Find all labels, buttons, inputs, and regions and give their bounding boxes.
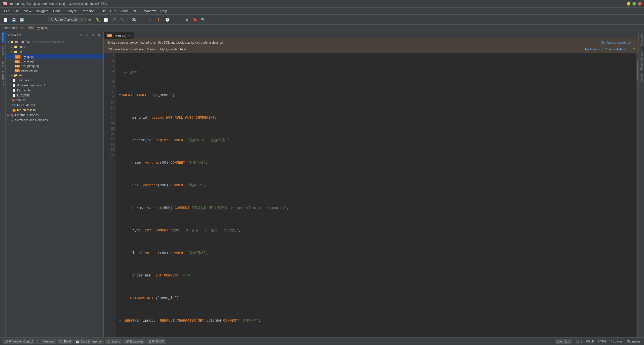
tree-item-readme[interactable]: MD README.md (6, 102, 103, 108)
cursor-position[interactable]: 13:1 (576, 340, 582, 343)
breadcrumb-file[interactable]: mysql.sql (36, 26, 48, 30)
build-button[interactable]: 🔨 (119, 16, 126, 23)
bookmarks-button[interactable]: 🔖 (191, 16, 198, 23)
right-tab-database[interactable]: Database (639, 32, 644, 48)
spring-button[interactable]: 🍃 Spring (105, 339, 122, 344)
left-edge-structure-tab[interactable]: Z-Structure (1, 69, 5, 87)
sidebar-close-button[interactable]: ✕ (96, 33, 101, 38)
tree-label: .gitignore (17, 79, 29, 82)
tree-item-mysql-sql[interactable]: SQL mysql.sql (6, 54, 103, 59)
right-tab-maven[interactable]: Maven (639, 72, 644, 85)
collapse-all-button[interactable]: ⊟ (84, 33, 89, 38)
tree-item-iml[interactable]: 🍊 renren-fast.iml (6, 108, 103, 113)
tree-item-gitignore[interactable]: 📄 .gitignore (6, 78, 103, 83)
code-text: ; (258, 318, 260, 323)
git-history-button[interactable]: 🕐 (164, 16, 171, 23)
code-text: varchar (147, 205, 162, 211)
line-ending[interactable]: CRLF (586, 340, 594, 343)
sync-button[interactable]: 🔄 (18, 16, 25, 23)
tree-item-pom[interactable]: m pom.xml (6, 98, 103, 102)
event-log-button[interactable]: Event Log (555, 339, 572, 344)
menu-file[interactable]: File (2, 9, 11, 13)
breadcrumb-db[interactable]: db (21, 26, 24, 30)
use-mariadb-link[interactable]: Use MariaDB (584, 48, 601, 51)
todo-button[interactable]: ☰ 6: TODO (146, 339, 166, 344)
left-edge-project-tab[interactable]: Project (1, 31, 5, 44)
menu-tools[interactable]: Tools (119, 9, 130, 13)
close-button[interactable] (638, 2, 641, 6)
vertical-scrollbar[interactable]: ✓ (636, 53, 638, 337)
endpoints-button[interactable]: 🔗 Endpoints (123, 339, 145, 344)
breadcrumb-root[interactable]: renren-fast (3, 26, 17, 30)
profile-button[interactable]: ⏱ (111, 16, 118, 23)
git-revert-button[interactable]: ↩ (172, 16, 179, 23)
tree-item-renren-fast[interactable]: ▼ 📁 renren-fast F:/project/renren/renren… (6, 39, 103, 44)
minimize-button[interactable] (627, 2, 630, 6)
back-button[interactable]: ← (29, 16, 36, 23)
run-config-combo[interactable]: 🔧 RenrenApplication ▼ (48, 17, 86, 22)
left-edge-web-tab[interactable]: Web (1, 59, 5, 69)
java-enterprise-button[interactable]: ☕ Java Enterprise (74, 339, 103, 344)
git-update-button[interactable]: ↑ (138, 16, 145, 23)
code-content[interactable]: -- 菜单 ▼ CREATE TABLE `sys_menu` ( `menu_… (116, 53, 636, 337)
menu-window[interactable]: Window (142, 9, 158, 13)
code-text: sys_menu (151, 92, 168, 98)
tree-item-db[interactable]: ▼ 📁 db (6, 49, 103, 54)
tab-close-button[interactable]: × (128, 34, 131, 37)
build-status-button[interactable]: 🔨 Build (57, 339, 73, 344)
right-tab-bean-validation[interactable]: Bean Validation (639, 49, 644, 72)
left-edge-favorites-tab[interactable]: Favorites (1, 44, 5, 59)
run-button[interactable]: ▶ (87, 16, 94, 23)
tree-item-oracle-sql[interactable]: SQL oracle.sql (6, 59, 103, 64)
tree-item-sqlserver-sql[interactable]: SQL sqlserver.sql (6, 68, 103, 73)
menu-run[interactable]: Run (108, 9, 118, 13)
tree-item-src[interactable]: ▶ 📁 src (6, 73, 103, 78)
folder-icon: 📁 (14, 50, 18, 54)
scrollbar-thumb[interactable] (637, 60, 638, 81)
fold-button-2[interactable]: ▼ (118, 93, 122, 97)
git-push-button[interactable]: ✓ (147, 16, 154, 23)
tab-mysql-sql[interactable]: SQL mysql.sql × (104, 32, 134, 39)
terminal-button[interactable]: ⬛ Terminal (36, 339, 56, 344)
menu-refactor[interactable]: Refactor (79, 9, 96, 13)
git-branch[interactable]: Git: master (627, 340, 641, 343)
tree-item-docker-compose[interactable]: 📄 docker-compose.yml (6, 83, 103, 88)
tree-item-scratches[interactable]: ✏ Scratches and Consoles (6, 118, 103, 123)
change-dialect-link[interactable]: Change dialect to... (605, 48, 631, 51)
notif-settings-icon-2[interactable]: ⚙ (633, 48, 635, 51)
menu-navigate[interactable]: Navigate (33, 9, 50, 13)
fold-button-12[interactable]: ▼ (118, 319, 122, 323)
menu-analyze[interactable]: Analyze (63, 9, 79, 13)
menu-code[interactable]: Code (51, 9, 63, 13)
menu-build[interactable]: Build (96, 9, 108, 13)
sidebar-settings-button[interactable]: ⚙ (90, 33, 95, 38)
tree-item-dockerfile[interactable]: 📄 Dockerfile (6, 88, 103, 93)
tree-item-idea[interactable]: ▶ 📁 .idea (6, 44, 103, 49)
code-text: (50) (160, 160, 170, 165)
settings-button[interactable]: ⚙ (183, 16, 190, 23)
maximize-button[interactable] (632, 2, 636, 6)
menu-help[interactable]: Help (158, 9, 169, 13)
code-editor[interactable]: 1 2 3 4 5 6 7 8 9 10 11 12 13 14 15 16 1… (104, 53, 638, 337)
notif-settings-icon-1[interactable]: ⚙ (633, 41, 635, 44)
locate-file-button[interactable]: ⊕ (78, 33, 83, 38)
build-icon: 🔨 (59, 340, 63, 343)
debug-button[interactable]: 🐛 (95, 16, 102, 23)
git-fetch-button[interactable]: ⬇ (155, 16, 162, 23)
encoding[interactable]: UTF-8 (598, 340, 607, 343)
menu-edit[interactable]: Edit (12, 9, 21, 13)
new-file-button[interactable]: 📄 (2, 16, 9, 23)
forward-button[interactable]: → (37, 16, 44, 23)
tree-item-postgresql-sql[interactable]: SQL postgresql.sql (6, 64, 103, 68)
coverage-button[interactable]: 📊 (103, 16, 110, 23)
menu-vcs[interactable]: VCS (131, 9, 142, 13)
version-control-button[interactable]: ⎇ 9: Version Control (3, 339, 35, 344)
configure-datasource-link[interactable]: Configure data source (601, 41, 631, 44)
tree-item-ext-libs[interactable]: ▶ 📚 External Libraries (6, 113, 103, 118)
menu-view[interactable]: View (22, 9, 33, 13)
separator-2 (46, 17, 46, 22)
indent[interactable]: 4 spaces (611, 340, 623, 343)
search-button[interactable]: 🔍 (199, 16, 206, 23)
tree-item-license[interactable]: 📄 LICENSE (6, 93, 103, 98)
save-button[interactable]: 💾 (10, 16, 17, 23)
